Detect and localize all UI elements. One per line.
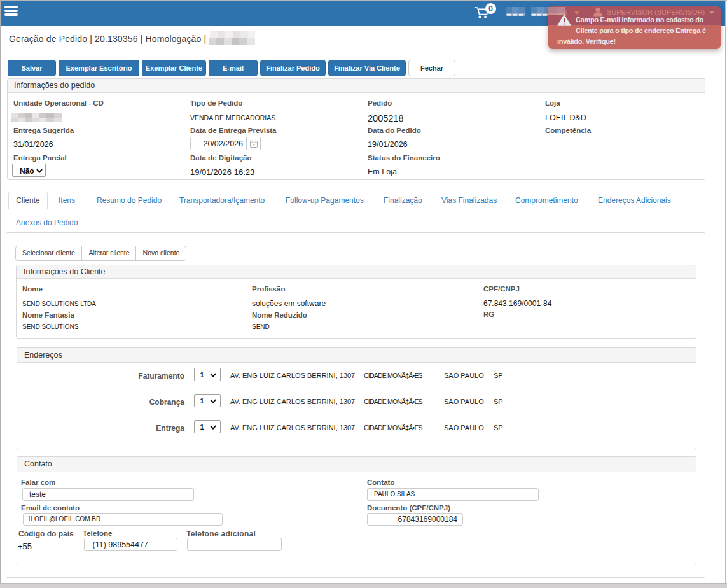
svg-text:0: 0 — [488, 4, 493, 13]
